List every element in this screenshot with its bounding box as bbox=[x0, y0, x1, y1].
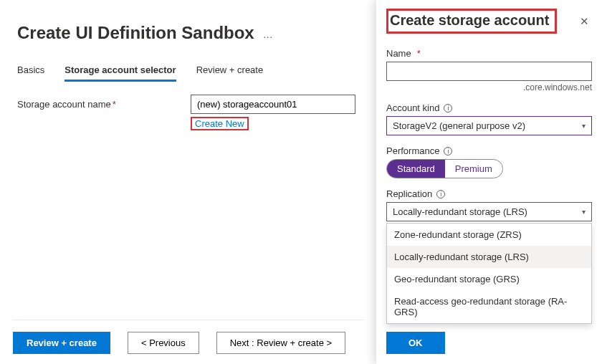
close-icon[interactable]: ✕ bbox=[577, 12, 592, 31]
panel-title-highlight: Create storage account bbox=[386, 9, 557, 34]
replication-dropdown: Zone-redundant storage (ZRS) Locally-red… bbox=[386, 223, 592, 324]
performance-standard[interactable]: Standard bbox=[387, 160, 445, 178]
tab-basics[interactable]: Basics bbox=[17, 60, 44, 82]
tab-review-create[interactable]: Review + create bbox=[196, 60, 264, 82]
info-icon[interactable]: i bbox=[444, 147, 452, 155]
performance-toggle: Standard Premium bbox=[386, 159, 503, 178]
replication-label: Replication i bbox=[386, 188, 592, 199]
panel-title: Create storage account bbox=[390, 12, 549, 28]
label-text: Storage account name bbox=[17, 99, 111, 110]
replication-select[interactable]: Locally-redundant storage (LRS) ▾ bbox=[386, 202, 592, 221]
account-kind-select[interactable]: StorageV2 (general purpose v2) ▾ bbox=[386, 116, 592, 135]
page-title: Create UI Definition Sandbox bbox=[17, 23, 254, 43]
storage-account-name-label: Storage account name* bbox=[17, 95, 191, 110]
replication-option-grs[interactable]: Geo-redundant storage (GRS) bbox=[387, 268, 591, 290]
name-field-label: Name* bbox=[386, 48, 592, 59]
select-value: StorageV2 (general purpose v2) bbox=[393, 120, 525, 131]
replication-option-lrs[interactable]: Locally-redundant storage (LRS) bbox=[387, 246, 591, 268]
tab-storage-selector[interactable]: Storage account selector bbox=[64, 60, 176, 82]
account-kind-label: Account kind i bbox=[386, 102, 592, 113]
performance-label: Performance i bbox=[386, 145, 592, 156]
info-icon[interactable]: i bbox=[436, 190, 445, 198]
required-asterisk: * bbox=[113, 99, 116, 110]
tab-bar: Basics Storage account selector Review +… bbox=[17, 60, 355, 82]
chevron-down-icon: ▾ bbox=[582, 122, 586, 130]
replication-option-ragrs[interactable]: Read-access geo-redundant storage (RA-GR… bbox=[387, 290, 591, 323]
create-new-highlight: Create New bbox=[191, 117, 249, 130]
required-asterisk: * bbox=[417, 48, 421, 59]
name-input[interactable] bbox=[386, 62, 592, 81]
wizard-footer: Review + create < Previous Next : Review… bbox=[13, 320, 364, 354]
create-storage-panel: Create storage account ✕ Name* .core.win… bbox=[376, 0, 602, 364]
select-value: Locally-redundant storage (LRS) bbox=[393, 206, 527, 217]
replication-option-zrs[interactable]: Zone-redundant storage (ZRS) bbox=[387, 224, 591, 246]
name-suffix: .core.windows.net bbox=[386, 82, 592, 92]
create-new-link[interactable]: Create New bbox=[192, 117, 247, 130]
storage-account-name-input[interactable] bbox=[191, 95, 355, 114]
next-button[interactable]: Next : Review + create > bbox=[216, 332, 345, 354]
performance-premium[interactable]: Premium bbox=[445, 160, 502, 178]
label-text: Replication bbox=[386, 188, 432, 199]
previous-button[interactable]: < Previous bbox=[128, 332, 199, 354]
review-create-button[interactable]: Review + create bbox=[13, 332, 110, 354]
more-actions-icon[interactable]: … bbox=[263, 29, 274, 40]
chevron-down-icon: ▾ bbox=[582, 208, 586, 216]
label-text: Performance bbox=[386, 145, 439, 156]
info-icon[interactable]: i bbox=[444, 104, 452, 112]
label-text: Account kind bbox=[386, 102, 439, 113]
label-text: Name bbox=[386, 48, 411, 59]
ok-button[interactable]: OK bbox=[386, 332, 445, 354]
